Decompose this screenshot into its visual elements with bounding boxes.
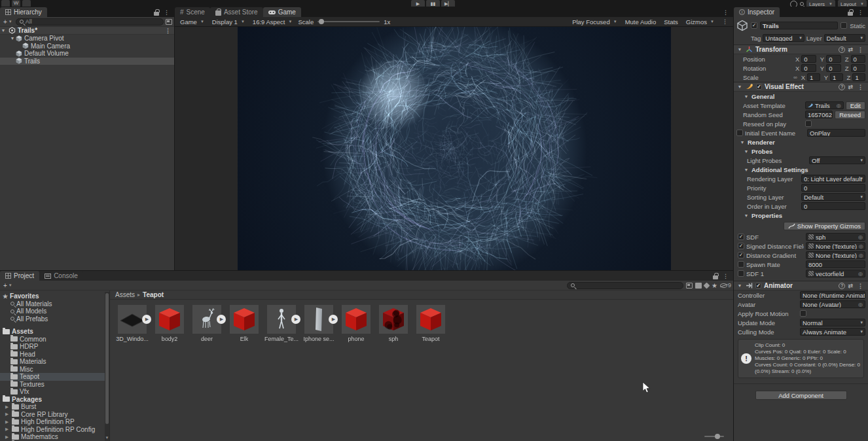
order-in-layer-field[interactable]: 0 [801, 202, 865, 210]
light-probes-dropdown[interactable]: Off [809, 156, 865, 164]
tab-project[interactable]: Project [0, 271, 39, 281]
hierarchy-row[interactable]: Main Camera [0, 43, 174, 50]
project-tree-row[interactable]: ★ Favorites [0, 292, 109, 300]
project-tree-row[interactable]: ▶ Mathematics [0, 433, 109, 441]
project-tree-row[interactable]: ▶ Core RP Library [0, 411, 109, 419]
gizmos-dropdown[interactable]: Gizmos▼ [684, 18, 716, 26]
layer-dropdown[interactable]: Default [824, 34, 865, 42]
aspect-dropdown[interactable]: 16:9 Aspect▼ [251, 18, 295, 26]
expand-asset-arrow-icon[interactable]: ▶ [291, 315, 300, 324]
breadcrumb-current[interactable]: Teapot [143, 291, 164, 298]
object-name-field[interactable]: Trails [760, 22, 838, 29]
object-picker-icon[interactable]: ◎ [858, 234, 863, 240]
property-value-field[interactable]: vectorfield ◎ [806, 270, 865, 277]
animator-header[interactable]: ▼ Animator ? ⇄ ⋮ [734, 281, 868, 291]
search-window-icon[interactable] [166, 19, 172, 25]
package-filter-icon[interactable] [695, 283, 702, 289]
project-tree-row[interactable]: Head [0, 351, 109, 359]
random-seed-field[interactable]: 1657062807 [805, 111, 833, 118]
asset-item[interactable]: body2 [154, 305, 185, 342]
priority-field[interactable]: 0 [801, 184, 865, 192]
x-value-field[interactable]: 0 [801, 64, 816, 72]
asset-item[interactable]: phone [340, 305, 372, 342]
project-tree-row[interactable]: Teapot [0, 373, 109, 381]
z-value-field[interactable]: 0 [851, 55, 866, 63]
asset-item[interactable]: Elk [228, 305, 260, 342]
asset-item[interactable]: ▶ 3D_Windo... [117, 305, 148, 342]
label-filter-icon[interactable] [704, 283, 709, 288]
presets-icon[interactable]: ⇄ [848, 283, 853, 289]
display-dropdown[interactable]: Display 1▼ [210, 18, 247, 26]
create-asset-button[interactable]: +▼ [2, 282, 14, 289]
object-picker-icon[interactable]: ◎ [837, 103, 841, 109]
tab-asset-store[interactable]: Asset Store [210, 7, 263, 17]
link-scale-icon[interactable]: ∞ [793, 75, 797, 80]
asset-item[interactable]: sph [378, 305, 409, 342]
help-icon[interactable]: ? [839, 283, 845, 289]
project-tree-row[interactable]: ▶ Burst [0, 403, 109, 411]
tab-inspector[interactable]: i Inspector [734, 7, 780, 17]
pause-button[interactable]: ▮▮ [426, 0, 440, 7]
favorites-filter-icon[interactable]: ★ [712, 282, 717, 289]
hierarchy-search-input[interactable]: All [16, 18, 164, 26]
project-tree-row[interactable]: Packages [0, 396, 109, 404]
stats-toggle[interactable]: Stats [662, 18, 680, 26]
lock-icon[interactable] [848, 12, 853, 16]
project-tree-row[interactable]: All Models [0, 308, 109, 315]
y-value-field[interactable]: 1 [830, 73, 843, 81]
sorting-layer-dropdown[interactable]: Default [801, 193, 865, 201]
reseed-on-play-checkbox[interactable] [805, 120, 812, 127]
add-component-button[interactable]: Add Component [755, 391, 847, 400]
hand-tool-icon[interactable] [1, 0, 10, 7]
y-value-field[interactable]: 0 [826, 64, 841, 72]
tab-scene[interactable]: #Scene [175, 7, 210, 17]
asset-item[interactable]: ▶ deer [191, 305, 223, 342]
project-tree-row[interactable]: Assets [0, 328, 109, 336]
tag-dropdown[interactable]: Untagged [763, 34, 804, 42]
project-tree-row[interactable] [0, 323, 109, 328]
kebab-menu-icon[interactable]: ⋮ [856, 84, 865, 90]
property-checkbox[interactable] [738, 261, 744, 268]
breadcrumb-root[interactable]: Assets [115, 291, 135, 298]
services-icon[interactable] [790, 1, 797, 7]
asset-item[interactable]: ▶ Female_Te... [266, 305, 297, 342]
project-tree-row[interactable]: Common [0, 336, 109, 344]
scene-kebab-icon[interactable]: ⋮ [163, 27, 173, 34]
tab-game[interactable]: Game [263, 7, 301, 17]
edit-button[interactable]: Edit [846, 101, 865, 110]
open-search-window-icon[interactable] [686, 283, 693, 289]
project-tree-row[interactable]: Misc [0, 366, 109, 374]
play-focused-dropdown[interactable]: Play Focused▼ [570, 18, 619, 26]
culling-mode-dropdown[interactable]: Always Animate [800, 328, 865, 336]
property-value-field[interactable]: None (Texture) ◎ [806, 242, 865, 250]
rendering-layer-dropdown[interactable]: 0: Light Layer default [801, 175, 865, 183]
project-tree-row[interactable]: ▶ High Definition RP Config [0, 426, 109, 434]
scale-slider[interactable] [317, 21, 380, 22]
property-value-field[interactable]: sph ◎ [806, 233, 865, 241]
reseed-button[interactable]: Reseed [835, 111, 865, 119]
play-button[interactable]: ▶ [411, 0, 425, 7]
x-value-field[interactable]: 1 [807, 73, 820, 81]
y-value-field[interactable]: 0 [826, 55, 841, 63]
hierarchy-row[interactable]: Default Volume [0, 50, 174, 58]
game-render-area[interactable] [238, 27, 671, 270]
active-checkbox[interactable] [751, 22, 757, 29]
project-tree-row[interactable]: ▶ High Definition RP [0, 418, 109, 426]
hidden-count-icon[interactable]: 9 [720, 282, 731, 289]
controller-object-field[interactable]: None (Runtime Animator C◎ [800, 291, 865, 299]
lock-icon[interactable] [713, 275, 718, 279]
apply-root-motion-checkbox[interactable] [800, 310, 806, 317]
layout-dropdown[interactable]: Layout▼ [838, 0, 867, 7]
tree-scrollbar[interactable]: ▼ [105, 292, 109, 441]
pivot-tool-icon[interactable] [22, 0, 31, 7]
lock-icon[interactable] [154, 12, 159, 16]
kebab-menu-icon[interactable]: ⋮ [856, 9, 865, 16]
initial-event-checkbox[interactable] [736, 130, 743, 136]
project-tree-row[interactable]: All Materials [0, 300, 109, 308]
object-picker-icon[interactable]: ◎ [858, 271, 863, 277]
renderer-section-header[interactable]: Renderer [748, 139, 775, 146]
property-value-field[interactable]: None (Texture) ◎ [806, 251, 865, 259]
help-icon[interactable]: ? [839, 46, 845, 53]
project-tree-row[interactable]: All Prefabs [0, 315, 109, 323]
object-picker-icon[interactable]: ◎ [859, 253, 863, 258]
